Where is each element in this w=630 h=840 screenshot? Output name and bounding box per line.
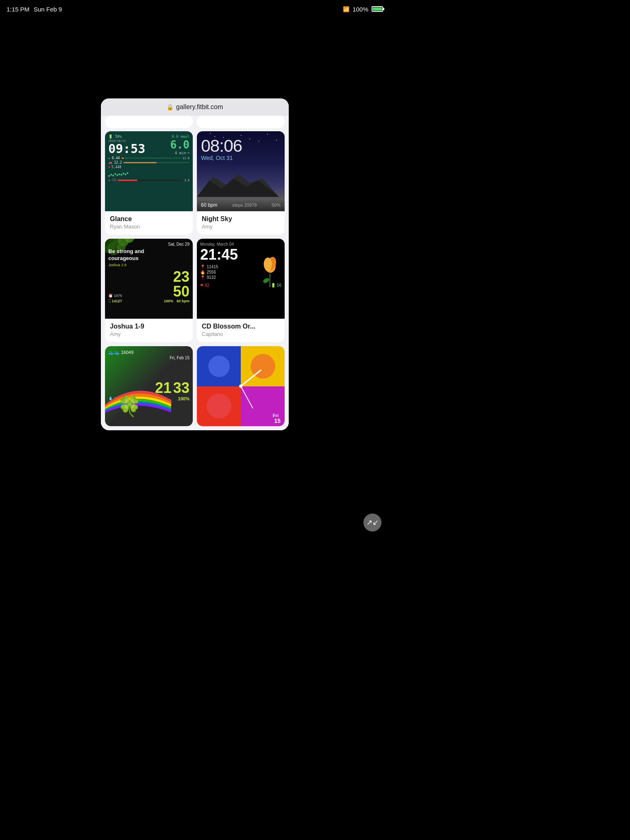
blossom-distance-val: 9132 — [207, 275, 216, 280]
battery-icon — [372, 6, 383, 12]
glance-heart-bar-bg — [118, 180, 183, 181]
joshua-bpm: 60 bpm — [176, 299, 189, 303]
blossom-calories-val: 2556 — [207, 270, 216, 274]
glance-car-bar — [123, 162, 189, 163]
nightsky-date: Wed, Oct 31 — [201, 155, 281, 161]
glance-walk-val: 0.44 — [112, 156, 120, 160]
glance-name: Glance — [110, 215, 188, 223]
watch-face-colorful: Fri 15 — [197, 346, 285, 426]
svg-point-12 — [262, 277, 270, 284]
glance-walk-icon: ✏️ — [108, 156, 110, 160]
nightsky-author: Amy — [202, 224, 280, 230]
nightsky-mountain-svg — [197, 172, 279, 197]
glance-time-col: 2018/10/12 09:53 — [108, 139, 145, 155]
joshua-verse: Be strong and courageous — [108, 248, 153, 262]
joshua-year: ⏰ 1975 — [108, 294, 122, 298]
partial-card-right — [197, 116, 285, 128]
glance-battery: 🔋 50% — [108, 135, 122, 139]
svg-marker-1 — [197, 178, 279, 197]
glance-steps-graph — [108, 170, 189, 178]
shamrock-icon: 🍀 — [117, 395, 142, 418]
glance-top-row: 🔋 50% 0.0 mmol — [108, 135, 189, 139]
blossom-calories-icon: 🔥 — [200, 270, 205, 274]
nightsky-time: 08:06 — [201, 137, 281, 155]
watch-card-colorful[interactable]: Fri 15 — [197, 346, 285, 426]
quad-yellow — [241, 346, 285, 386]
glance-walk-max: 11.0 — [183, 157, 189, 160]
circle-red — [207, 394, 231, 418]
glance-author: Ryan Mason — [110, 224, 188, 230]
nightsky-bpm: 60 bpm — [201, 202, 217, 208]
joshua-battery: 100% — [164, 299, 173, 303]
blossom-distance-icon: 📍 — [200, 275, 205, 280]
glance-car-icon: 🚗 — [108, 161, 112, 164]
time-display: 1:15 PM — [7, 6, 30, 13]
glance-heart-icon: ❤ — [108, 165, 110, 169]
blossom-steps-val: 11415 — [207, 265, 218, 269]
svg-point-10 — [264, 258, 272, 271]
glance-time: 09:53 — [108, 143, 145, 155]
colorful-date-num: 15 — [274, 418, 281, 424]
blossom-info: CD Blossom Or... Capitano — [197, 319, 285, 342]
glance-heart-max: 3.0 — [184, 179, 189, 182]
circle-orange — [251, 354, 275, 379]
joshua-author: Amy — [110, 331, 188, 337]
glance-arrow: → — [187, 150, 189, 155]
browser-window: 🔒 gallery.fitbit.com 🔋 50% 0.0 mmol 2018… — [101, 98, 289, 430]
circle-blue — [207, 354, 231, 379]
blossom-heart: ❤ 82 — [200, 283, 209, 288]
date-display: Sun Feb 9 — [34, 6, 62, 13]
joshua-min: 50 — [164, 284, 189, 299]
battery-percent: 100% — [353, 6, 368, 13]
glance-big-glucose: 6.0 — [170, 139, 189, 150]
glance-walk-bar — [121, 158, 181, 159]
glance-car-fill — [123, 162, 156, 163]
glance-info: Glance Ryan Mason — [105, 211, 193, 235]
joshua-info: Joshua 1-9 Amy — [105, 319, 193, 342]
status-bar-left: 1:15 PM Sun Feb 9 — [7, 6, 62, 13]
partial-card-left — [105, 116, 193, 128]
stpatrick-steps-val: 16049 — [121, 350, 134, 355]
joshua-steps-big: ⁚⁚ 14127 — [108, 299, 122, 303]
nightsky-info: Night Sky Amy — [197, 211, 285, 235]
address-bar[interactable]: 🔒 gallery.fitbit.com — [101, 98, 289, 116]
glance-walk-fill — [121, 158, 124, 159]
glance-glucose-label: 0.0 mmol — [172, 135, 189, 139]
url-display: gallery.fitbit.com — [176, 103, 223, 111]
nightsky-name: Night Sky — [202, 215, 280, 223]
watch-face-joshua: Sat, Dec 29 Be strong and courageous Jos… — [105, 239, 193, 319]
glance-steps: 5,448 — [112, 165, 121, 169]
watch-face-nightsky: 08:06 Wed, Oct 31 60 bpm steps 20979 50% — [197, 131, 285, 211]
watch-card-nightsky[interactable]: 08:06 Wed, Oct 31 60 bpm steps 20979 50%… — [197, 131, 285, 235]
glance-car-val: 12.2 — [114, 161, 122, 164]
glance-heart-bar-fill — [118, 180, 137, 181]
nightsky-bottom: 60 bpm steps 20979 50% — [201, 202, 281, 208]
stpatrick-date: Fri, Feb 15 — [108, 356, 189, 360]
watch-grid: 🔋 50% 0.0 mmol 2018/10/12 09:53 6.0 4 mi… — [101, 127, 289, 430]
blossom-name: CD Blossom Or... — [202, 323, 280, 330]
glance-mins: 4 min — [175, 151, 186, 155]
blossom-author: Capitano — [202, 331, 280, 337]
watch-card-stpatrick[interactable]: 🍀 👟👟 16049 Fri, Feb 15 21 33 💧 3594 100% — [105, 346, 193, 426]
battery-fill — [373, 7, 382, 11]
nightsky-steps: steps 20979 — [232, 203, 257, 208]
joshua-hour: 23 — [164, 269, 189, 284]
glance-walk-row: ✏️ 0.44 11.0 — [108, 156, 189, 160]
watch-card-glance[interactable]: 🔋 50% 0.0 mmol 2018/10/12 09:53 6.0 4 mi… — [105, 131, 193, 235]
stpatrick-walk-icon: 👟👟 — [108, 349, 120, 355]
status-bar-right: 📶 100% — [343, 6, 383, 13]
watch-card-joshua[interactable]: Sat, Dec 29 Be strong and courageous Jos… — [105, 239, 193, 342]
blossom-steps-icon: 📍 — [200, 265, 205, 269]
watch-face-glance: 🔋 50% 0.0 mmol 2018/10/12 09:53 6.0 4 mi… — [105, 131, 193, 211]
nightsky-battery: 50% — [272, 203, 281, 208]
scroll-button[interactable]: ↗↙ — [363, 514, 381, 532]
watch-card-blossom[interactable]: Monday, March 04 21:45 📍 11415 🔥 2556 📍 … — [197, 239, 285, 342]
partial-top-row — [101, 116, 289, 128]
quad-blue — [197, 346, 241, 386]
wifi-icon: 📶 — [343, 6, 349, 12]
scroll-icon: ↗↙ — [366, 518, 379, 527]
watch-face-blossom: Monday, March 04 21:45 📍 11415 🔥 2556 📍 … — [197, 239, 285, 319]
quad-purple: Fri 15 — [241, 386, 285, 427]
glance-mid: 2018/10/12 09:53 6.0 4 min → — [108, 139, 189, 155]
stpatrick-top-stats: 👟👟 16049 — [108, 349, 189, 355]
